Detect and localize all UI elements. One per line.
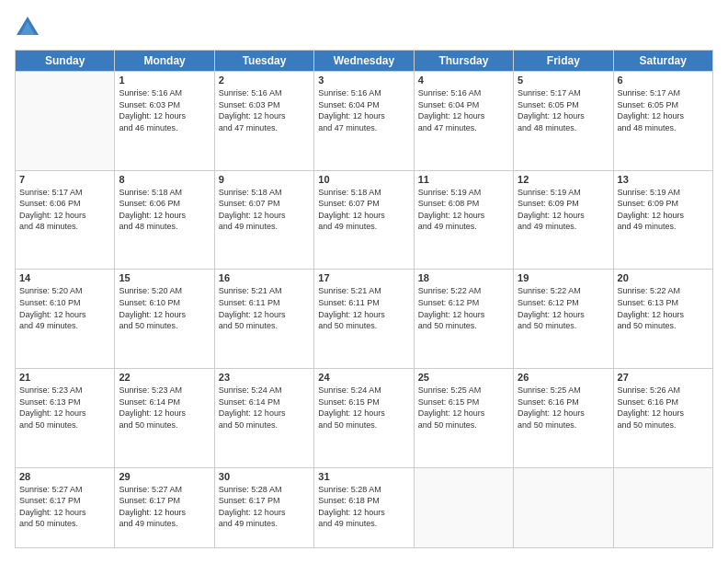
header-row: SundayMondayTuesdayWednesdayThursdayFrid… <box>16 51 713 72</box>
cell-info: Sunrise: 5:18 AMSunset: 6:07 PMDaylight:… <box>318 187 409 233</box>
cell-info: Sunrise: 5:17 AMSunset: 6:06 PMDaylight:… <box>19 187 110 233</box>
day-cell: 14Sunrise: 5:20 AMSunset: 6:10 PMDayligh… <box>16 270 115 369</box>
day-number: 17 <box>318 272 409 283</box>
cell-info: Sunrise: 5:19 AMSunset: 6:09 PMDaylight:… <box>518 187 609 233</box>
day-number: 6 <box>618 75 709 86</box>
day-number: 7 <box>19 174 110 185</box>
day-number: 29 <box>119 471 210 482</box>
cell-info: Sunrise: 5:21 AMSunset: 6:11 PMDaylight:… <box>318 285 409 331</box>
cell-info: Sunrise: 5:25 AMSunset: 6:15 PMDaylight:… <box>418 385 509 431</box>
cell-info: Sunrise: 5:28 AMSunset: 6:17 PMDaylight:… <box>219 484 310 530</box>
day-header-friday: Friday <box>514 51 613 72</box>
day-header-tuesday: Tuesday <box>214 51 313 72</box>
day-cell: 12Sunrise: 5:19 AMSunset: 6:09 PMDayligh… <box>514 170 613 270</box>
day-cell: 28Sunrise: 5:27 AMSunset: 6:17 PMDayligh… <box>16 467 115 547</box>
week-row-2: 7Sunrise: 5:17 AMSunset: 6:06 PMDaylight… <box>16 170 713 270</box>
cell-info: Sunrise: 5:16 AMSunset: 6:03 PMDaylight:… <box>119 87 210 133</box>
day-number: 15 <box>119 272 210 283</box>
day-cell: 20Sunrise: 5:22 AMSunset: 6:13 PMDayligh… <box>613 270 712 369</box>
day-cell: 1Sunrise: 5:16 AMSunset: 6:03 PMDaylight… <box>115 72 214 171</box>
week-row-4: 21Sunrise: 5:23 AMSunset: 6:13 PMDayligh… <box>16 368 713 467</box>
cell-info: Sunrise: 5:24 AMSunset: 6:15 PMDaylight:… <box>318 385 409 431</box>
day-cell: 19Sunrise: 5:22 AMSunset: 6:12 PMDayligh… <box>514 270 613 369</box>
cell-info: Sunrise: 5:24 AMSunset: 6:14 PMDaylight:… <box>219 385 310 431</box>
day-number: 14 <box>19 272 110 283</box>
day-number: 8 <box>119 174 210 185</box>
day-header-sunday: Sunday <box>16 51 115 72</box>
cell-info: Sunrise: 5:17 AMSunset: 6:05 PMDaylight:… <box>518 87 609 133</box>
day-cell: 16Sunrise: 5:21 AMSunset: 6:11 PMDayligh… <box>214 270 313 369</box>
day-header-saturday: Saturday <box>613 51 712 72</box>
day-cell: 11Sunrise: 5:19 AMSunset: 6:08 PMDayligh… <box>414 170 513 270</box>
day-number: 21 <box>19 372 110 383</box>
day-cell: 17Sunrise: 5:21 AMSunset: 6:11 PMDayligh… <box>314 270 414 369</box>
cell-info: Sunrise: 5:19 AMSunset: 6:09 PMDaylight:… <box>618 187 709 233</box>
day-cell: 18Sunrise: 5:22 AMSunset: 6:12 PMDayligh… <box>414 270 513 369</box>
day-cell: 15Sunrise: 5:20 AMSunset: 6:10 PMDayligh… <box>115 270 214 369</box>
header <box>15 15 713 40</box>
day-cell: 26Sunrise: 5:25 AMSunset: 6:16 PMDayligh… <box>514 368 613 467</box>
day-cell: 5Sunrise: 5:17 AMSunset: 6:05 PMDaylight… <box>514 72 613 171</box>
day-number: 1 <box>119 75 210 86</box>
cell-info: Sunrise: 5:22 AMSunset: 6:12 PMDaylight:… <box>418 285 509 331</box>
day-cell: 21Sunrise: 5:23 AMSunset: 6:13 PMDayligh… <box>16 368 115 467</box>
day-cell <box>514 467 613 547</box>
day-header-wednesday: Wednesday <box>314 51 414 72</box>
day-cell <box>414 467 513 547</box>
week-row-3: 14Sunrise: 5:20 AMSunset: 6:10 PMDayligh… <box>16 270 713 369</box>
day-cell: 10Sunrise: 5:18 AMSunset: 6:07 PMDayligh… <box>314 170 414 270</box>
cell-info: Sunrise: 5:27 AMSunset: 6:17 PMDaylight:… <box>19 484 110 530</box>
day-number: 25 <box>418 372 509 383</box>
day-number: 31 <box>318 471 409 482</box>
day-cell <box>16 72 115 171</box>
logo <box>15 15 44 40</box>
day-header-monday: Monday <box>115 51 214 72</box>
day-header-thursday: Thursday <box>414 51 513 72</box>
cell-info: Sunrise: 5:16 AMSunset: 6:03 PMDaylight:… <box>219 87 310 133</box>
day-number: 30 <box>219 471 310 482</box>
day-cell: 25Sunrise: 5:25 AMSunset: 6:15 PMDayligh… <box>414 368 513 467</box>
day-cell: 6Sunrise: 5:17 AMSunset: 6:05 PMDaylight… <box>613 72 712 171</box>
cell-info: Sunrise: 5:28 AMSunset: 6:18 PMDaylight:… <box>318 484 409 530</box>
cell-info: Sunrise: 5:20 AMSunset: 6:10 PMDaylight:… <box>119 285 210 331</box>
day-number: 16 <box>219 272 310 283</box>
day-cell <box>613 467 712 547</box>
day-number: 9 <box>219 174 310 185</box>
cell-info: Sunrise: 5:18 AMSunset: 6:07 PMDaylight:… <box>219 187 310 233</box>
day-number: 28 <box>19 471 110 482</box>
day-number: 18 <box>418 272 509 283</box>
cell-info: Sunrise: 5:26 AMSunset: 6:16 PMDaylight:… <box>618 385 709 431</box>
cell-info: Sunrise: 5:18 AMSunset: 6:06 PMDaylight:… <box>119 187 210 233</box>
day-cell: 29Sunrise: 5:27 AMSunset: 6:17 PMDayligh… <box>115 467 214 547</box>
day-number: 22 <box>119 372 210 383</box>
day-number: 2 <box>219 75 310 86</box>
day-cell: 8Sunrise: 5:18 AMSunset: 6:06 PMDaylight… <box>115 170 214 270</box>
day-cell: 27Sunrise: 5:26 AMSunset: 6:16 PMDayligh… <box>613 368 712 467</box>
cell-info: Sunrise: 5:21 AMSunset: 6:11 PMDaylight:… <box>219 285 310 331</box>
page: SundayMondayTuesdayWednesdayThursdayFrid… <box>0 0 728 563</box>
day-cell: 7Sunrise: 5:17 AMSunset: 6:06 PMDaylight… <box>16 170 115 270</box>
day-cell: 13Sunrise: 5:19 AMSunset: 6:09 PMDayligh… <box>613 170 712 270</box>
day-number: 11 <box>418 174 509 185</box>
cell-info: Sunrise: 5:17 AMSunset: 6:05 PMDaylight:… <box>618 87 709 133</box>
day-number: 23 <box>219 372 310 383</box>
day-cell: 4Sunrise: 5:16 AMSunset: 6:04 PMDaylight… <box>414 72 513 171</box>
week-row-5: 28Sunrise: 5:27 AMSunset: 6:17 PMDayligh… <box>16 467 713 547</box>
day-cell: 31Sunrise: 5:28 AMSunset: 6:18 PMDayligh… <box>314 467 414 547</box>
day-cell: 9Sunrise: 5:18 AMSunset: 6:07 PMDaylight… <box>214 170 313 270</box>
day-number: 4 <box>418 75 509 86</box>
day-number: 20 <box>618 272 709 283</box>
day-number: 26 <box>518 372 609 383</box>
day-number: 10 <box>318 174 409 185</box>
logo-icon <box>15 15 40 40</box>
day-cell: 22Sunrise: 5:23 AMSunset: 6:14 PMDayligh… <box>115 368 214 467</box>
cell-info: Sunrise: 5:25 AMSunset: 6:16 PMDaylight:… <box>518 385 609 431</box>
calendar-table: SundayMondayTuesdayWednesdayThursdayFrid… <box>15 50 713 548</box>
cell-info: Sunrise: 5:16 AMSunset: 6:04 PMDaylight:… <box>418 87 509 133</box>
day-number: 24 <box>318 372 409 383</box>
cell-info: Sunrise: 5:27 AMSunset: 6:17 PMDaylight:… <box>119 484 210 530</box>
cell-info: Sunrise: 5:23 AMSunset: 6:13 PMDaylight:… <box>19 385 110 431</box>
cell-info: Sunrise: 5:22 AMSunset: 6:12 PMDaylight:… <box>518 285 609 331</box>
cell-info: Sunrise: 5:20 AMSunset: 6:10 PMDaylight:… <box>19 285 110 331</box>
cell-info: Sunrise: 5:16 AMSunset: 6:04 PMDaylight:… <box>318 87 409 133</box>
